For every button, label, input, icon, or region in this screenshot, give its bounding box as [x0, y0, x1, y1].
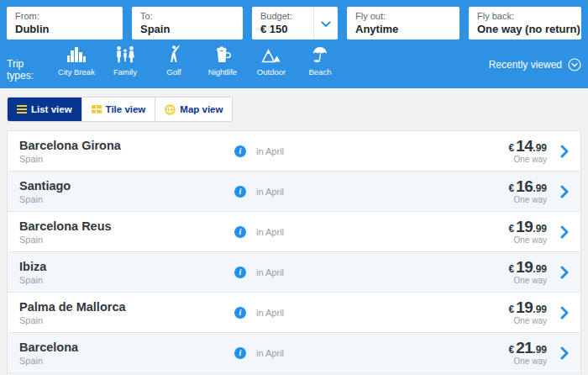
fly-out-label: Fly out:: [355, 11, 451, 21]
info-icon[interactable]: [234, 347, 246, 359]
chevron-right-icon[interactable]: [560, 225, 569, 239]
list-icon: [17, 105, 27, 114]
search-header: From: Dublin To: Spain Budget: € 150 Fly…: [0, 0, 588, 88]
to-value: Spain: [140, 23, 234, 35]
trip-types-label: Trip types:: [7, 58, 52, 82]
travel-period: in April: [256, 146, 284, 156]
trip-types-row: Trip types: City Break Family: [0, 40, 588, 87]
destination-city: Barcelona: [19, 341, 234, 354]
budget-field[interactable]: Budget: € 150: [252, 7, 338, 40]
fare-type: One way: [508, 155, 547, 164]
price: €21.99: [508, 340, 547, 356]
trip-type-family[interactable]: Family: [101, 45, 150, 77]
chevron-right-icon[interactable]: [560, 266, 569, 279]
result-row-barcelona-girona[interactable]: Barcelona Girona Spain in April €14.99 O…: [8, 131, 580, 172]
recently-viewed-button[interactable]: Recently viewed: [489, 58, 581, 71]
destination-country: Spain: [19, 275, 234, 285]
info-icon[interactable]: [234, 267, 246, 278]
fare-type: One way: [508, 235, 547, 245]
result-row-ibiza[interactable]: Ibiza Spain in April €19.99 One way: [8, 252, 580, 293]
fare-type: One way: [508, 357, 547, 366]
to-field[interactable]: To: Spain: [132, 7, 243, 40]
currency-symbol: €: [508, 182, 514, 194]
destination-country: Spain: [19, 154, 234, 164]
destination-country: Spain: [19, 356, 234, 366]
fare-type: One way: [508, 276, 547, 285]
travel-period: in April: [256, 308, 284, 318]
trip-type-golf[interactable]: Golf: [150, 45, 198, 77]
fly-out-value: Anytime: [355, 23, 451, 35]
tab-label: Map view: [180, 104, 223, 114]
price: €14.99: [508, 138, 547, 154]
city-break-icon: [67, 45, 86, 63]
travel-period: in April: [256, 187, 284, 197]
currency-symbol: €: [508, 142, 514, 154]
info-icon[interactable]: [234, 145, 246, 157]
budget-value: € 150: [260, 23, 313, 35]
price: €19.99: [508, 299, 547, 315]
trip-type-beach[interactable]: Beach: [296, 45, 344, 77]
chevron-down-icon: [321, 16, 331, 31]
search-fields-row: From: Dublin To: Spain Budget: € 150 Fly…: [0, 0, 588, 40]
to-label: To:: [140, 11, 234, 21]
fare-type: One way: [508, 316, 547, 325]
golf-icon: [167, 45, 181, 63]
trip-type-label: Family: [113, 67, 137, 77]
info-icon[interactable]: [234, 226, 246, 238]
result-row-santiago[interactable]: Santiago Spain in April €16.99 One way: [8, 172, 580, 212]
destination-city: Santiago: [19, 179, 234, 193]
currency-symbol: €: [508, 223, 514, 235]
result-row-palma-de-mallorca[interactable]: Palma de Mallorca Spain in April €19.99 …: [8, 293, 580, 333]
from-label: From:: [15, 11, 114, 21]
tab-map-view[interactable]: Map view: [155, 98, 232, 121]
tab-tile-view[interactable]: Tile view: [82, 98, 156, 121]
destination-country: Spain: [19, 235, 234, 245]
price: €19.99: [508, 259, 547, 275]
from-value: Dublin: [15, 23, 114, 35]
family-icon: [115, 45, 135, 63]
destination-city: Palma de Mallorca: [19, 300, 234, 314]
result-row-barcelona-reus[interactable]: Barcelona Reus Spain in April €19.99 One…: [8, 212, 580, 252]
fare-type: One way: [508, 195, 547, 204]
beach-icon: [312, 45, 328, 63]
chevron-right-icon[interactable]: [560, 185, 569, 198]
fly-back-value: One way (no return): [477, 23, 573, 35]
results-list: Barcelona Girona Spain in April €14.99 O…: [7, 130, 581, 373]
chevron-right-icon[interactable]: [560, 306, 569, 320]
travel-period: in April: [256, 227, 284, 237]
budget-label: Budget:: [260, 11, 313, 21]
currency-symbol: €: [508, 304, 514, 315]
info-icon[interactable]: [234, 307, 246, 319]
info-icon[interactable]: [234, 186, 246, 198]
destination-city: Barcelona Reus: [19, 219, 234, 233]
result-row-barcelona[interactable]: Barcelona Spain in April €21.99 One way: [8, 333, 580, 373]
fly-back-label: Fly back:: [477, 11, 573, 21]
currency-symbol: €: [508, 263, 514, 275]
trip-type-nightlife[interactable]: Nightlife: [198, 45, 247, 77]
trip-type-label: Nightlife: [208, 67, 237, 77]
fly-back-field[interactable]: Fly back: One way (no return): [469, 7, 581, 40]
nightlife-icon: [215, 45, 231, 63]
tab-label: Tile view: [106, 104, 146, 114]
destination-country: Spain: [19, 194, 234, 204]
destination-country: Spain: [19, 315, 234, 325]
view-switcher: List view Tile view Map view: [7, 97, 233, 122]
circle-chevron-down-icon: [568, 58, 581, 71]
tab-list-view[interactable]: List view: [8, 98, 82, 121]
currency-symbol: €: [508, 344, 514, 356]
travel-period: in April: [256, 348, 284, 358]
travel-period: in April: [256, 267, 284, 277]
from-field[interactable]: From: Dublin: [7, 7, 123, 40]
budget-dropdown-button[interactable]: [313, 7, 338, 40]
trip-type-outdoor[interactable]: Outdoor: [247, 45, 296, 77]
chevron-right-icon[interactable]: [560, 145, 569, 158]
trip-type-city-break[interactable]: City Break: [52, 45, 101, 77]
price: €16.99: [508, 178, 547, 194]
fly-out-field[interactable]: Fly out: Anytime: [347, 7, 459, 40]
tile-icon: [92, 105, 102, 114]
recently-viewed-label: Recently viewed: [489, 59, 562, 71]
chevron-right-icon[interactable]: [560, 346, 569, 360]
outdoor-icon: [261, 45, 281, 63]
destination-city: Ibiza: [19, 260, 234, 273]
trip-type-label: Golf: [166, 67, 181, 77]
